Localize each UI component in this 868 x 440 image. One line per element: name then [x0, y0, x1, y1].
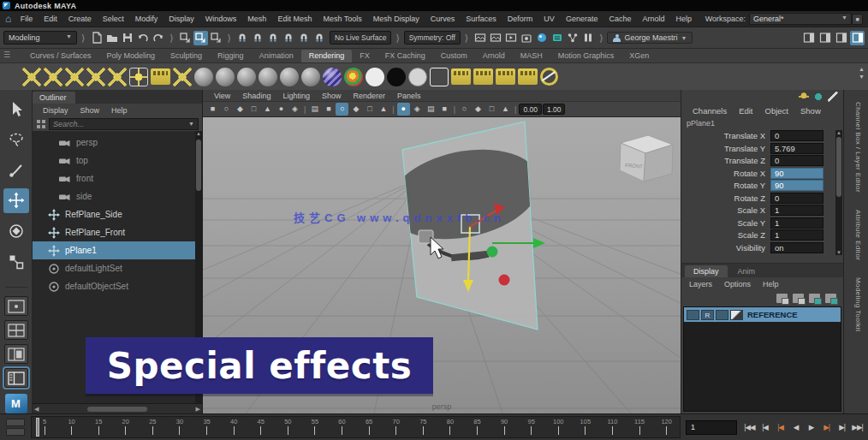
shelf-tab-xgen[interactable]: XGen — [621, 50, 657, 62]
menu-create[interactable]: Create — [62, 15, 97, 23]
home-icon[interactable]: ⌂ — [5, 14, 11, 24]
section-divider[interactable]: ⟩ — [168, 33, 175, 44]
spot-light-icon[interactable] — [86, 68, 105, 86]
grease-pencil-icon[interactable]: ◈ — [288, 103, 301, 116]
open-render-view-icon[interactable] — [473, 31, 487, 45]
shadows-icon[interactable]: ○ — [458, 103, 471, 116]
isolate-select-icon[interactable]: ▲ — [499, 103, 512, 116]
step-back-frame-button[interactable]: |◀ — [758, 419, 772, 435]
field-chart-icon[interactable]: ◆ — [349, 103, 362, 116]
timeline-tick-20[interactable]: 20 — [120, 418, 132, 437]
shelf-tab-rendering[interactable]: Rendering — [301, 50, 353, 62]
timeline-tick-40[interactable]: 40 — [228, 418, 240, 437]
workspace-pin-icon[interactable]: ■ — [852, 14, 863, 25]
timeline-tick-65[interactable]: 65 — [363, 418, 375, 437]
section-divider[interactable]: ⟩ — [597, 33, 604, 44]
timeline-tick-15[interactable]: 15 — [92, 418, 104, 437]
toggle-modeling-toolkit-icon[interactable] — [850, 31, 865, 45]
ramp-shader-icon[interactable] — [323, 68, 342, 86]
layer-color-swatch[interactable] — [730, 310, 743, 320]
render-sequence-icon[interactable] — [496, 68, 515, 85]
redo-icon[interactable] — [151, 31, 165, 45]
timeline-tick-10[interactable]: 10 — [66, 418, 78, 437]
menu-mesh-display[interactable]: Mesh Display — [367, 15, 425, 23]
point-light-icon[interactable] — [22, 68, 41, 86]
timeline-tick-25[interactable]: 25 — [146, 418, 158, 437]
outliner-menu-display[interactable]: Display — [38, 106, 74, 115]
channel-box-menu-edit[interactable]: Edit — [733, 106, 758, 116]
outliner-item-pplane1[interactable]: pPlane1 — [33, 241, 202, 259]
lighting-icon[interactable]: ■ — [438, 103, 451, 116]
lambert-icon[interactable] — [237, 68, 256, 86]
outliner-item-top[interactable]: top — [33, 152, 202, 169]
channel-box-menu-show[interactable]: Show — [794, 106, 827, 116]
ambient-light-icon[interactable] — [65, 68, 84, 86]
shelf-tab-poly-modeling[interactable]: Poly Modeling — [99, 50, 163, 62]
menu-deform[interactable]: Deform — [502, 15, 538, 23]
gate-mask-icon[interactable]: ○ — [336, 103, 348, 116]
menu-cache[interactable]: Cache — [603, 15, 637, 23]
menu-curves[interactable]: Curves — [425, 15, 461, 23]
outliner-item-defaultobjectset[interactable]: defaultObjectSet — [33, 277, 202, 295]
2d-pan-zoom-icon[interactable]: ● — [275, 103, 288, 116]
viewport-menu-renderer[interactable]: Renderer — [347, 92, 391, 100]
render-target-icon[interactable] — [540, 68, 558, 86]
directional-light-icon[interactable] — [44, 68, 62, 86]
menu-uv[interactable]: UV — [538, 15, 561, 23]
timeline-tick-75[interactable]: 75 — [417, 418, 429, 437]
film-gate-icon[interactable]: ▤ — [308, 103, 321, 116]
channel-value-field[interactable]: 1 — [770, 205, 823, 216]
select-hierarchy-icon[interactable] — [178, 31, 193, 45]
shelf-tab-motion-graphics[interactable]: Motion Graphics — [550, 50, 622, 62]
account-menu[interactable]: George Maestri ▼ — [607, 32, 693, 44]
timeline-tick-110[interactable]: 110 — [606, 418, 618, 437]
channel-box-scrollbar[interactable]: ▲ ▼ — [835, 130, 842, 255]
outliner-menu-show[interactable]: Show — [75, 106, 105, 115]
ao-icon[interactable]: ◆ — [472, 103, 485, 116]
selected-object-name[interactable]: pPlane1 — [681, 117, 843, 130]
viewport-menu-shading[interactable]: Shading — [236, 92, 276, 100]
shelf-tab-curves-surfaces[interactable]: Curves / Surfaces — [22, 50, 99, 62]
section-divider[interactable]: ⟩ — [226, 33, 233, 44]
shaded-mode-icon[interactable]: ◈ — [411, 103, 424, 116]
snap-view-plane-icon[interactable] — [297, 31, 312, 45]
empty-layer-icon[interactable] — [809, 294, 820, 303]
section-divider[interactable]: ⟩ — [80, 33, 86, 44]
move-tool[interactable] — [3, 188, 29, 213]
layout-two-pane[interactable] — [4, 344, 28, 364]
area-light-icon[interactable] — [108, 68, 127, 86]
layer-editor-tab-display[interactable]: Display — [685, 265, 728, 277]
edit-channels-icon[interactable] — [828, 92, 838, 102]
layer-editor-menu-help[interactable]: Help — [757, 280, 785, 288]
tab-attribute-editor[interactable]: Attribute Editor — [850, 205, 862, 265]
timeline-tick-35[interactable]: 35 — [201, 418, 213, 437]
gamma-field[interactable]: 1.00 — [543, 104, 566, 115]
outliner-filter-icon[interactable] — [36, 119, 46, 129]
layout-four-pane[interactable] — [4, 320, 28, 340]
menu-arnold[interactable]: Arnold — [637, 15, 670, 23]
bookmark-icon[interactable]: □ — [247, 103, 260, 116]
timeline-tick-50[interactable]: 50 — [282, 418, 294, 437]
standard-surface-icon[interactable] — [194, 68, 213, 86]
channel-value-field[interactable]: 0 — [770, 130, 823, 141]
timeline-tick-90[interactable]: 90 — [498, 418, 510, 437]
tab-channel-box-layer-editor[interactable]: Channel Box / Layer Editor — [850, 97, 862, 198]
shelf-tab-fx[interactable]: FX — [352, 50, 378, 62]
shading-group-icon[interactable] — [173, 68, 192, 86]
animation-key-icon[interactable] — [6, 428, 25, 436]
move-layer-down-icon[interactable] — [793, 294, 804, 303]
timeline-tick-120[interactable]: 120 — [661, 418, 673, 437]
layout-single-pane[interactable] — [4, 296, 28, 316]
shelf-tab-sculpting[interactable]: Sculpting — [163, 50, 210, 62]
make-live-icon[interactable] — [312, 31, 327, 45]
outliner-menu-help[interactable]: Help — [106, 106, 133, 115]
play-forwards-button[interactable]: ▶ — [804, 419, 818, 435]
light-editor-shelf-icon[interactable] — [151, 68, 170, 85]
outliner-item-persp[interactable]: persp — [33, 134, 202, 152]
layer-display-mode-toggle[interactable]: R — [701, 310, 714, 320]
outliner-item-defaultlightset[interactable]: defaultLightSet — [33, 259, 202, 277]
rotate-tool[interactable] — [3, 219, 29, 244]
tab-modeling-toolkit[interactable]: Modeling Toolkit — [850, 272, 862, 337]
step-forward-key-button[interactable]: ▶| — [819, 419, 834, 435]
symmetry-field[interactable]: Symmetry: Off — [404, 31, 461, 45]
